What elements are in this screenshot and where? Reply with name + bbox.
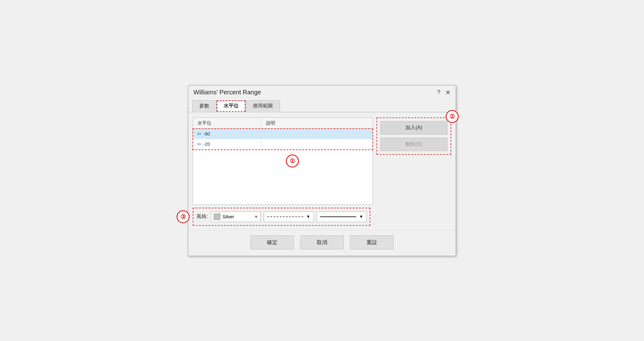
title-controls: ? ✕ xyxy=(437,89,451,96)
style-row: 風格: Silver ▼ ▼ ▼ xyxy=(193,208,370,226)
table-wrapper: 水平位 說明 ⊨ -80 ⊨ xyxy=(193,117,373,205)
annotation-3: ③ xyxy=(177,210,190,223)
line-weight-chevron-icon: ▼ xyxy=(359,214,363,219)
line-style-select[interactable]: ▼ xyxy=(264,211,314,222)
dialog-window: Williams' Percent Range ? ✕ 參數 水平位 應用範圍 … xyxy=(188,85,456,256)
line-solid-preview xyxy=(320,216,356,217)
table-row[interactable]: ⊨ -80 xyxy=(193,129,372,139)
level-cell-2: ⊨ -20 xyxy=(193,139,262,149)
color-select[interactable]: Silver ▼ xyxy=(211,211,261,222)
table-row[interactable]: ⊨ -20 xyxy=(193,139,372,149)
style-label: 風格: xyxy=(197,213,208,220)
line-dashed-preview xyxy=(267,216,303,217)
left-panel: 水平位 說明 ⊨ -80 ⊨ xyxy=(193,117,373,226)
level-cell-1: ⊨ -80 xyxy=(193,129,262,139)
reset-button[interactable]: 重設 xyxy=(350,235,394,249)
footer: 確定 取消 重設 xyxy=(188,230,456,256)
levels-table: 水平位 說明 ⊨ -80 ⊨ xyxy=(193,117,373,205)
tab-range[interactable]: 應用範圍 xyxy=(246,100,280,112)
level-value-2: -20 xyxy=(203,141,210,147)
color-chevron-icon: ▼ xyxy=(254,215,258,219)
level-icon-1: ⊨ xyxy=(197,131,201,137)
delete-button[interactable]: 刪除(D) xyxy=(380,138,447,151)
table-body: ⊨ -80 ⊨ -20 xyxy=(193,129,372,149)
table-header: 水平位 說明 xyxy=(193,118,372,129)
title-bar: Williams' Percent Range ? ✕ xyxy=(188,86,456,98)
col-header-level: 水平位 xyxy=(193,118,262,129)
level-value-1: -80 xyxy=(203,131,210,136)
desc-cell-2 xyxy=(262,139,372,149)
tab-bar: 參數 水平位 應用範圍 xyxy=(188,98,456,112)
content-area: 水平位 說明 ⊨ -80 ⊨ xyxy=(188,112,456,229)
color-swatch xyxy=(214,213,220,220)
add-button[interactable]: 加入(A) xyxy=(380,121,447,135)
dialog-title: Williams' Percent Range xyxy=(193,89,261,96)
right-panel: ② 加入(A) 刪除(D) xyxy=(376,117,451,226)
confirm-button[interactable]: 確定 xyxy=(250,235,294,249)
line-style-chevron-icon: ▼ xyxy=(306,214,310,219)
action-buttons: ② 加入(A) 刪除(D) xyxy=(376,117,451,155)
cancel-button[interactable]: 取消 xyxy=(300,235,344,249)
help-button[interactable]: ? xyxy=(437,89,440,96)
level-icon-2: ⊨ xyxy=(197,141,201,147)
tab-levels[interactable]: 水平位 xyxy=(216,100,246,112)
col-header-desc: 說明 xyxy=(262,118,372,129)
close-button[interactable]: ✕ xyxy=(445,89,451,96)
color-name: Silver xyxy=(222,214,252,219)
style-row-wrapper: ③ 風格: Silver ▼ ▼ xyxy=(193,208,373,226)
line-weight-select[interactable]: ▼ xyxy=(317,211,367,222)
tab-params[interactable]: 參數 xyxy=(192,100,216,112)
desc-cell-1 xyxy=(262,129,372,139)
